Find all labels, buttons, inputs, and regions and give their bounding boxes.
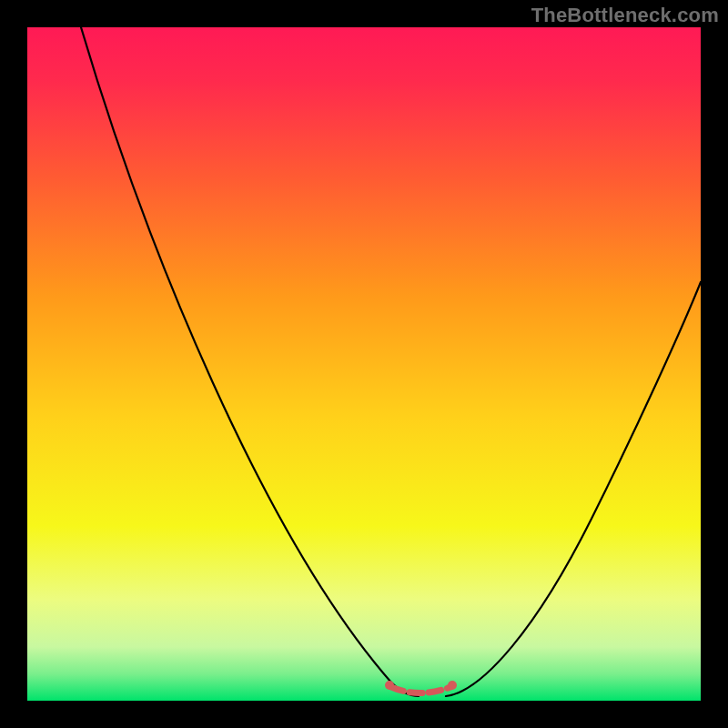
chart-svg	[27, 27, 701, 701]
chart-frame: TheBottleneck.com	[0, 0, 728, 728]
plot-area	[27, 27, 701, 701]
optimal-range-end-dot	[448, 681, 457, 690]
gradient-background	[27, 27, 701, 701]
optimal-range-start-dot	[385, 681, 394, 690]
watermark-text: TheBottleneck.com	[531, 4, 719, 27]
